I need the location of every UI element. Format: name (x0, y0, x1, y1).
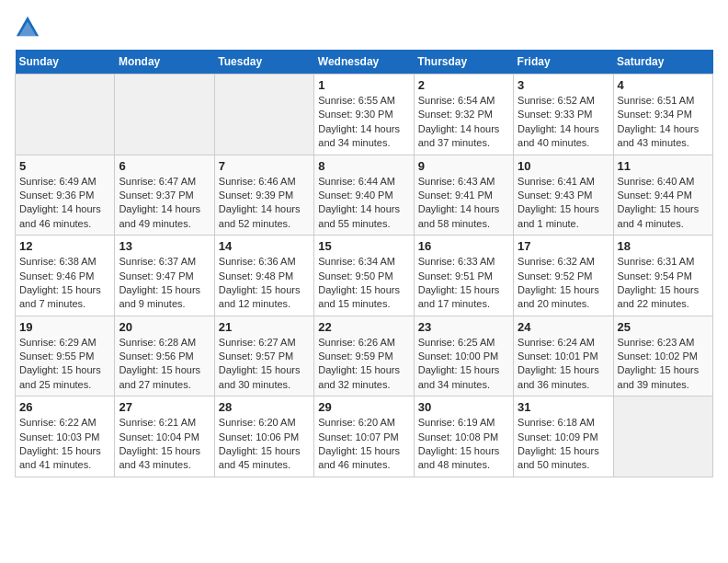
day-info: Sunrise: 6:49 AM Sunset: 9:36 PM Dayligh… (19, 175, 110, 232)
calendar-cell: 6Sunrise: 6:47 AM Sunset: 9:37 PM Daylig… (115, 155, 214, 236)
calendar-cell: 18Sunrise: 6:31 AM Sunset: 9:54 PM Dayli… (613, 236, 712, 316)
calendar-cell: 17Sunrise: 6:32 AM Sunset: 9:52 PM Dayli… (514, 236, 613, 316)
calendar-cell (214, 75, 313, 155)
day-header-friday: Friday (514, 50, 613, 75)
calendar-cell: 22Sunrise: 6:26 AM Sunset: 9:59 PM Dayli… (314, 316, 414, 396)
header-row: SundayMondayTuesdayWednesdayThursdayFrid… (16, 50, 713, 75)
day-info: Sunrise: 6:51 AM Sunset: 9:34 PM Dayligh… (618, 94, 709, 151)
day-info: Sunrise: 6:26 AM Sunset: 9:59 PM Dayligh… (318, 336, 409, 393)
calendar-cell: 2Sunrise: 6:54 AM Sunset: 9:32 PM Daylig… (414, 75, 513, 155)
day-header-wednesday: Wednesday (314, 50, 414, 75)
day-info: Sunrise: 6:20 AM Sunset: 10:07 PM Daylig… (318, 416, 409, 473)
day-number: 3 (518, 78, 609, 92)
day-number: 19 (19, 320, 110, 334)
day-number: 1 (318, 78, 409, 92)
calendar-week-3: 12Sunrise: 6:38 AM Sunset: 9:46 PM Dayli… (16, 236, 713, 316)
calendar-cell (16, 75, 115, 155)
calendar-cell: 28Sunrise: 6:20 AM Sunset: 10:06 PM Dayl… (214, 396, 313, 477)
calendar-cell: 13Sunrise: 6:37 AM Sunset: 9:47 PM Dayli… (115, 236, 214, 316)
calendar-cell: 12Sunrise: 6:38 AM Sunset: 9:46 PM Dayli… (16, 236, 115, 316)
day-info: Sunrise: 6:38 AM Sunset: 9:46 PM Dayligh… (19, 255, 110, 312)
day-number: 15 (318, 239, 409, 253)
day-number: 24 (518, 320, 609, 334)
day-header-saturday: Saturday (613, 50, 712, 75)
day-info: Sunrise: 6:33 AM Sunset: 9:51 PM Dayligh… (418, 255, 509, 312)
day-info: Sunrise: 6:25 AM Sunset: 10:00 PM Daylig… (418, 336, 509, 393)
calendar-cell: 21Sunrise: 6:27 AM Sunset: 9:57 PM Dayli… (214, 316, 313, 396)
calendar-cell: 20Sunrise: 6:28 AM Sunset: 9:56 PM Dayli… (115, 316, 214, 396)
day-info: Sunrise: 6:24 AM Sunset: 10:01 PM Daylig… (518, 336, 609, 393)
day-info: Sunrise: 6:55 AM Sunset: 9:30 PM Dayligh… (318, 94, 409, 151)
day-number: 29 (318, 400, 409, 414)
calendar-cell (115, 75, 214, 155)
calendar-week-4: 19Sunrise: 6:29 AM Sunset: 9:55 PM Dayli… (16, 316, 713, 396)
day-number: 7 (219, 159, 310, 173)
day-number: 26 (19, 400, 110, 414)
calendar-week-5: 26Sunrise: 6:22 AM Sunset: 10:03 PM Dayl… (16, 396, 713, 477)
day-number: 16 (418, 239, 509, 253)
day-header-thursday: Thursday (414, 50, 513, 75)
day-number: 4 (618, 78, 709, 92)
day-number: 10 (518, 159, 609, 173)
day-number: 28 (219, 400, 310, 414)
page-header (15, 15, 713, 40)
calendar-table: SundayMondayTuesdayWednesdayThursdayFrid… (15, 50, 713, 477)
day-info: Sunrise: 6:43 AM Sunset: 9:41 PM Dayligh… (418, 175, 509, 232)
day-number: 30 (418, 400, 509, 414)
calendar-cell (613, 396, 712, 477)
logo (15, 15, 44, 40)
calendar-cell: 30Sunrise: 6:19 AM Sunset: 10:08 PM Dayl… (414, 396, 513, 477)
day-header-monday: Monday (115, 50, 214, 75)
day-info: Sunrise: 6:54 AM Sunset: 9:32 PM Dayligh… (418, 94, 509, 151)
calendar-cell: 23Sunrise: 6:25 AM Sunset: 10:00 PM Dayl… (414, 316, 513, 396)
day-header-tuesday: Tuesday (214, 50, 313, 75)
calendar-cell: 14Sunrise: 6:36 AM Sunset: 9:48 PM Dayli… (214, 236, 313, 316)
day-info: Sunrise: 6:32 AM Sunset: 9:52 PM Dayligh… (518, 255, 609, 312)
day-info: Sunrise: 6:21 AM Sunset: 10:04 PM Daylig… (119, 416, 210, 473)
day-info: Sunrise: 6:36 AM Sunset: 9:48 PM Dayligh… (219, 255, 310, 312)
day-number: 23 (418, 320, 509, 334)
calendar-cell: 1Sunrise: 6:55 AM Sunset: 9:30 PM Daylig… (314, 75, 414, 155)
day-number: 12 (19, 239, 110, 253)
day-info: Sunrise: 6:44 AM Sunset: 9:40 PM Dayligh… (318, 175, 409, 232)
day-info: Sunrise: 6:29 AM Sunset: 9:55 PM Dayligh… (19, 336, 110, 393)
day-info: Sunrise: 6:41 AM Sunset: 9:43 PM Dayligh… (518, 175, 609, 232)
day-info: Sunrise: 6:23 AM Sunset: 10:02 PM Daylig… (618, 336, 709, 393)
calendar-cell: 5Sunrise: 6:49 AM Sunset: 9:36 PM Daylig… (16, 155, 115, 236)
calendar-cell: 15Sunrise: 6:34 AM Sunset: 9:50 PM Dayli… (314, 236, 414, 316)
day-info: Sunrise: 6:52 AM Sunset: 9:33 PM Dayligh… (518, 94, 609, 151)
calendar-cell: 4Sunrise: 6:51 AM Sunset: 9:34 PM Daylig… (613, 75, 712, 155)
calendar-cell: 8Sunrise: 6:44 AM Sunset: 9:40 PM Daylig… (314, 155, 414, 236)
calendar-cell: 9Sunrise: 6:43 AM Sunset: 9:41 PM Daylig… (414, 155, 513, 236)
day-number: 18 (618, 239, 709, 253)
day-info: Sunrise: 6:28 AM Sunset: 9:56 PM Dayligh… (119, 336, 210, 393)
calendar-cell: 19Sunrise: 6:29 AM Sunset: 9:55 PM Dayli… (16, 316, 115, 396)
day-number: 21 (219, 320, 310, 334)
day-number: 9 (418, 159, 509, 173)
day-info: Sunrise: 6:20 AM Sunset: 10:06 PM Daylig… (219, 416, 310, 473)
day-info: Sunrise: 6:22 AM Sunset: 10:03 PM Daylig… (19, 416, 110, 473)
day-number: 13 (119, 239, 210, 253)
calendar-cell: 16Sunrise: 6:33 AM Sunset: 9:51 PM Dayli… (414, 236, 513, 316)
day-number: 8 (318, 159, 409, 173)
calendar-cell: 24Sunrise: 6:24 AM Sunset: 10:01 PM Dayl… (514, 316, 613, 396)
calendar-cell: 10Sunrise: 6:41 AM Sunset: 9:43 PM Dayli… (514, 155, 613, 236)
calendar-cell: 7Sunrise: 6:46 AM Sunset: 9:39 PM Daylig… (214, 155, 313, 236)
day-info: Sunrise: 6:47 AM Sunset: 9:37 PM Dayligh… (119, 175, 210, 232)
day-number: 11 (618, 159, 709, 173)
day-info: Sunrise: 6:46 AM Sunset: 9:39 PM Dayligh… (219, 175, 310, 232)
calendar-cell: 3Sunrise: 6:52 AM Sunset: 9:33 PM Daylig… (514, 75, 613, 155)
day-number: 22 (318, 320, 409, 334)
day-info: Sunrise: 6:34 AM Sunset: 9:50 PM Dayligh… (318, 255, 409, 312)
day-number: 31 (518, 400, 609, 414)
calendar-week-2: 5Sunrise: 6:49 AM Sunset: 9:36 PM Daylig… (16, 155, 713, 236)
calendar-cell: 31Sunrise: 6:18 AM Sunset: 10:09 PM Dayl… (514, 396, 613, 477)
day-number: 14 (219, 239, 310, 253)
calendar-cell: 29Sunrise: 6:20 AM Sunset: 10:07 PM Dayl… (314, 396, 414, 477)
day-number: 17 (518, 239, 609, 253)
day-info: Sunrise: 6:37 AM Sunset: 9:47 PM Dayligh… (119, 255, 210, 312)
day-info: Sunrise: 6:40 AM Sunset: 9:44 PM Dayligh… (618, 175, 709, 232)
day-number: 25 (618, 320, 709, 334)
calendar-cell: 26Sunrise: 6:22 AM Sunset: 10:03 PM Dayl… (16, 396, 115, 477)
day-info: Sunrise: 6:31 AM Sunset: 9:54 PM Dayligh… (618, 255, 709, 312)
